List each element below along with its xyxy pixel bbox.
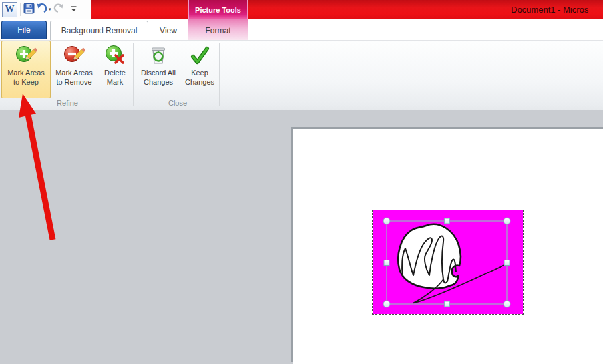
mark-areas-to-remove-button[interactable]: Mark Areas to Remove (51, 41, 97, 98)
qat-customize-icon (70, 3, 77, 15)
button-label: Keep (191, 68, 208, 77)
keep-changes-button[interactable]: Keep Changes (180, 41, 219, 98)
quick-access-toolbar: W (0, 0, 91, 19)
undo-dropdown-icon[interactable]: ▾ (49, 7, 51, 12)
selected-picture-background-removal-preview[interactable] (373, 210, 523, 314)
document-page[interactable] (293, 129, 603, 364)
selection-handle-right (504, 260, 510, 266)
redo-icon (53, 3, 64, 16)
qat-customize-button[interactable] (70, 1, 77, 17)
qat-separator (20, 3, 21, 16)
discard-changes-icon (148, 45, 169, 66)
ribbon-group-close: Discard All Changes Keep Changes Close (136, 41, 219, 110)
selection-handle-top-right (504, 218, 510, 224)
ribbon-group-refine: Mark Areas to Keep (1, 41, 133, 110)
button-label: to Remove (56, 77, 91, 87)
selection-handle-top (445, 218, 450, 224)
button-label: to Keep (13, 77, 39, 87)
selection-handle-bottom-left (383, 301, 390, 307)
group-label-close: Close (136, 98, 219, 109)
delete-mark-button[interactable]: Delete Mark (97, 41, 133, 98)
redo-button[interactable] (53, 1, 64, 17)
title-bar: W (0, 0, 603, 19)
document-canvas-area[interactable] (0, 111, 603, 364)
mark-areas-to-keep-button[interactable]: Mark Areas to Keep (1, 41, 51, 98)
selection-handle-bottom (445, 301, 450, 307)
selection-handle-top-left (383, 218, 390, 224)
button-label: Mark Areas (55, 68, 93, 77)
tab-view[interactable]: View (151, 21, 186, 40)
selection-handle-bottom-right (504, 301, 510, 307)
mark-remove-icon (63, 45, 85, 66)
save-button[interactable] (23, 1, 35, 17)
save-icon (23, 3, 35, 17)
button-label: Discard All (141, 68, 176, 77)
ribbon: Mark Areas to Keep (0, 40, 603, 110)
undo-button[interactable]: ▾ (36, 1, 51, 17)
discard-all-changes-button[interactable]: Discard All Changes (136, 41, 180, 98)
keep-changes-icon (189, 45, 210, 66)
ribbon-group-separator (219, 43, 222, 106)
button-label: Mark Areas (7, 68, 45, 77)
button-label: Changes (185, 77, 214, 87)
picture-tools-contextual-header: Picture Tools (188, 0, 248, 19)
group-label-refine: Refine (1, 98, 133, 109)
tab-background-removal[interactable]: Background Removal (50, 21, 148, 40)
word-window: W (0, 0, 603, 364)
undo-icon (36, 3, 48, 16)
mark-keep-icon (15, 45, 37, 66)
ribbon-tab-row: File Background Removal View Format (0, 19, 603, 40)
word-app-icon[interactable]: W (2, 2, 17, 17)
tab-format[interactable]: Format (188, 21, 248, 40)
tab-file[interactable]: File (1, 21, 47, 39)
qat-separator (67, 3, 67, 16)
selection-handle-left (384, 260, 389, 266)
button-label: Delete (104, 68, 126, 77)
button-label: Changes (144, 77, 173, 87)
window-title: Document1 - Micros (511, 5, 603, 17)
delete-mark-icon (104, 45, 126, 66)
button-label: Mark (107, 77, 123, 87)
